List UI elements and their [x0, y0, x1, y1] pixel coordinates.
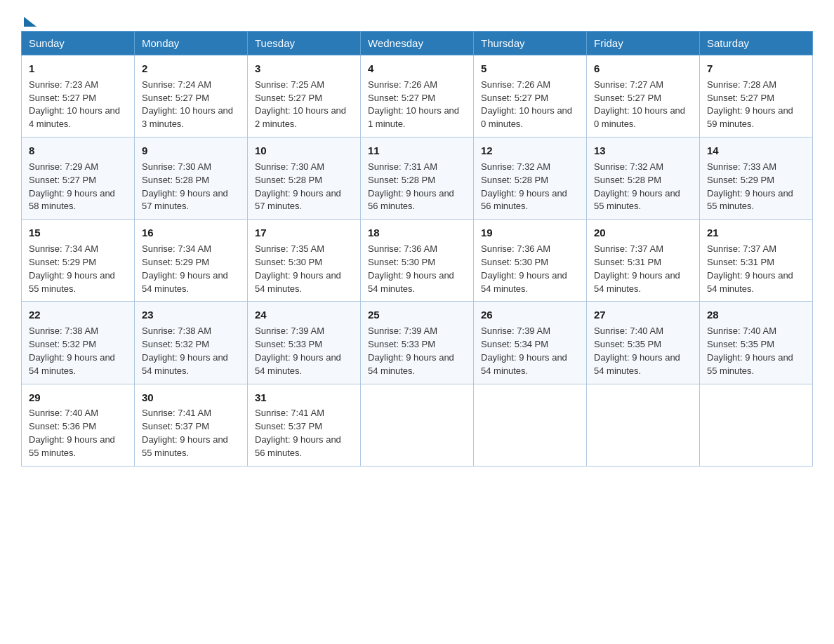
calendar-cell: 4 Sunrise: 7:26 AMSunset: 5:27 PMDayligh…: [361, 55, 474, 137]
day-header-sunday: Sunday: [22, 32, 135, 55]
day-info: Sunrise: 7:30 AMSunset: 5:28 PMDaylight:…: [255, 161, 341, 212]
day-info: Sunrise: 7:24 AMSunset: 5:27 PMDaylight:…: [142, 79, 233, 130]
calendar-week-row: 8 Sunrise: 7:29 AMSunset: 5:27 PMDayligh…: [22, 137, 813, 220]
day-header-saturday: Saturday: [700, 32, 813, 55]
calendar-cell: 14 Sunrise: 7:33 AMSunset: 5:29 PMDaylig…: [700, 137, 813, 220]
day-info: Sunrise: 7:28 AMSunset: 5:27 PMDaylight:…: [707, 79, 793, 130]
day-number: 2: [142, 61, 240, 76]
day-number: 7: [707, 61, 805, 76]
day-header-friday: Friday: [587, 32, 700, 55]
day-number: 28: [707, 307, 805, 323]
calendar-cell: 23 Sunrise: 7:38 AMSunset: 5:32 PMDaylig…: [135, 302, 248, 384]
calendar-cell: 2 Sunrise: 7:24 AMSunset: 5:27 PMDayligh…: [135, 55, 248, 137]
calendar-cell: 6 Sunrise: 7:27 AMSunset: 5:27 PMDayligh…: [587, 55, 700, 137]
day-info: Sunrise: 7:36 AMSunset: 5:30 PMDaylight:…: [368, 243, 454, 294]
day-number: 29: [29, 390, 127, 405]
day-number: 30: [142, 390, 240, 405]
day-number: 1: [29, 61, 127, 76]
day-number: 31: [255, 390, 353, 405]
calendar-week-row: 1 Sunrise: 7:23 AMSunset: 5:27 PMDayligh…: [22, 55, 813, 137]
calendar-cell: 8 Sunrise: 7:29 AMSunset: 5:27 PMDayligh…: [22, 137, 135, 220]
day-number: 15: [29, 225, 127, 241]
calendar-cell: 9 Sunrise: 7:30 AMSunset: 5:28 PMDayligh…: [135, 137, 248, 220]
day-header-wednesday: Wednesday: [361, 32, 474, 55]
calendar-week-row: 29 Sunrise: 7:40 AMSunset: 5:36 PMDaylig…: [22, 384, 813, 466]
day-info: Sunrise: 7:38 AMSunset: 5:32 PMDaylight:…: [29, 326, 115, 376]
day-number: 10: [255, 143, 353, 159]
calendar-cell: 3 Sunrise: 7:25 AMSunset: 5:27 PMDayligh…: [248, 55, 361, 137]
calendar-cell: 5 Sunrise: 7:26 AMSunset: 5:27 PMDayligh…: [474, 55, 587, 137]
calendar-cell: [700, 384, 813, 466]
day-info: Sunrise: 7:30 AMSunset: 5:28 PMDaylight:…: [142, 161, 228, 212]
calendar-cell: 26 Sunrise: 7:39 AMSunset: 5:34 PMDaylig…: [474, 302, 587, 384]
calendar-cell: 16 Sunrise: 7:34 AMSunset: 5:29 PMDaylig…: [135, 220, 248, 302]
logo: [21, 14, 37, 24]
day-info: Sunrise: 7:32 AMSunset: 5:28 PMDaylight:…: [594, 161, 680, 212]
day-info: Sunrise: 7:41 AMSunset: 5:37 PMDaylight:…: [255, 408, 341, 458]
day-number: 21: [707, 225, 805, 241]
day-number: 26: [481, 307, 579, 323]
calendar-cell: 1 Sunrise: 7:23 AMSunset: 5:27 PMDayligh…: [22, 55, 135, 137]
day-number: 6: [594, 61, 692, 76]
calendar-cell: 22 Sunrise: 7:38 AMSunset: 5:32 PMDaylig…: [22, 302, 135, 384]
calendar-cell: 31 Sunrise: 7:41 AMSunset: 5:37 PMDaylig…: [248, 384, 361, 466]
day-header-monday: Monday: [135, 32, 248, 55]
logo-arrow-icon: [24, 17, 37, 27]
calendar-cell: 25 Sunrise: 7:39 AMSunset: 5:33 PMDaylig…: [361, 302, 474, 384]
calendar-cell: 18 Sunrise: 7:36 AMSunset: 5:30 PMDaylig…: [361, 220, 474, 302]
day-number: 18: [368, 225, 466, 241]
day-number: 11: [368, 143, 466, 159]
day-number: 14: [707, 143, 805, 159]
day-info: Sunrise: 7:31 AMSunset: 5:28 PMDaylight:…: [368, 161, 454, 212]
day-info: Sunrise: 7:39 AMSunset: 5:33 PMDaylight:…: [255, 326, 341, 376]
day-info: Sunrise: 7:34 AMSunset: 5:29 PMDaylight:…: [142, 243, 228, 294]
day-number: 9: [142, 143, 240, 159]
day-number: 3: [255, 61, 353, 76]
day-number: 22: [29, 307, 127, 323]
calendar-cell: [587, 384, 700, 466]
calendar-cell: 17 Sunrise: 7:35 AMSunset: 5:30 PMDaylig…: [248, 220, 361, 302]
day-number: 25: [368, 307, 466, 323]
day-info: Sunrise: 7:23 AMSunset: 5:27 PMDaylight:…: [29, 79, 120, 130]
day-info: Sunrise: 7:37 AMSunset: 5:31 PMDaylight:…: [707, 243, 793, 294]
calendar-cell: 10 Sunrise: 7:30 AMSunset: 5:28 PMDaylig…: [248, 137, 361, 220]
day-number: 5: [481, 61, 579, 76]
day-info: Sunrise: 7:32 AMSunset: 5:28 PMDaylight:…: [481, 161, 567, 212]
day-number: 12: [481, 143, 579, 159]
day-number: 13: [594, 143, 692, 159]
day-number: 8: [29, 143, 127, 159]
calendar-cell: 30 Sunrise: 7:41 AMSunset: 5:37 PMDaylig…: [135, 384, 248, 466]
day-number: 19: [481, 225, 579, 241]
calendar-cell: [361, 384, 474, 466]
calendar-cell: 21 Sunrise: 7:37 AMSunset: 5:31 PMDaylig…: [700, 220, 813, 302]
day-info: Sunrise: 7:29 AMSunset: 5:27 PMDaylight:…: [29, 161, 115, 212]
calendar-cell: 12 Sunrise: 7:32 AMSunset: 5:28 PMDaylig…: [474, 137, 587, 220]
calendar-week-row: 15 Sunrise: 7:34 AMSunset: 5:29 PMDaylig…: [22, 220, 813, 302]
day-info: Sunrise: 7:38 AMSunset: 5:32 PMDaylight:…: [142, 326, 228, 376]
calendar-cell: 20 Sunrise: 7:37 AMSunset: 5:31 PMDaylig…: [587, 220, 700, 302]
calendar-week-row: 22 Sunrise: 7:38 AMSunset: 5:32 PMDaylig…: [22, 302, 813, 384]
calendar-cell: 15 Sunrise: 7:34 AMSunset: 5:29 PMDaylig…: [22, 220, 135, 302]
calendar-cell: 27 Sunrise: 7:40 AMSunset: 5:35 PMDaylig…: [587, 302, 700, 384]
calendar-cell: 29 Sunrise: 7:40 AMSunset: 5:36 PMDaylig…: [22, 384, 135, 466]
day-info: Sunrise: 7:40 AMSunset: 5:36 PMDaylight:…: [29, 408, 115, 458]
calendar-cell: 28 Sunrise: 7:40 AMSunset: 5:35 PMDaylig…: [700, 302, 813, 384]
calendar-header-row: SundayMondayTuesdayWednesdayThursdayFrid…: [22, 32, 813, 55]
calendar-cell: 7 Sunrise: 7:28 AMSunset: 5:27 PMDayligh…: [700, 55, 813, 137]
day-number: 4: [368, 61, 466, 76]
day-info: Sunrise: 7:25 AMSunset: 5:27 PMDaylight:…: [255, 79, 346, 130]
day-info: Sunrise: 7:39 AMSunset: 5:34 PMDaylight:…: [481, 326, 567, 376]
calendar-cell: 24 Sunrise: 7:39 AMSunset: 5:33 PMDaylig…: [248, 302, 361, 384]
day-info: Sunrise: 7:36 AMSunset: 5:30 PMDaylight:…: [481, 243, 567, 294]
day-info: Sunrise: 7:39 AMSunset: 5:33 PMDaylight:…: [368, 326, 454, 376]
day-info: Sunrise: 7:33 AMSunset: 5:29 PMDaylight:…: [707, 161, 793, 212]
day-info: Sunrise: 7:27 AMSunset: 5:27 PMDaylight:…: [594, 79, 685, 130]
day-number: 16: [142, 225, 240, 241]
day-info: Sunrise: 7:35 AMSunset: 5:30 PMDaylight:…: [255, 243, 341, 294]
calendar-cell: [474, 384, 587, 466]
day-number: 24: [255, 307, 353, 323]
day-header-tuesday: Tuesday: [248, 32, 361, 55]
day-number: 20: [594, 225, 692, 241]
day-info: Sunrise: 7:34 AMSunset: 5:29 PMDaylight:…: [29, 243, 115, 294]
day-number: 27: [594, 307, 692, 323]
